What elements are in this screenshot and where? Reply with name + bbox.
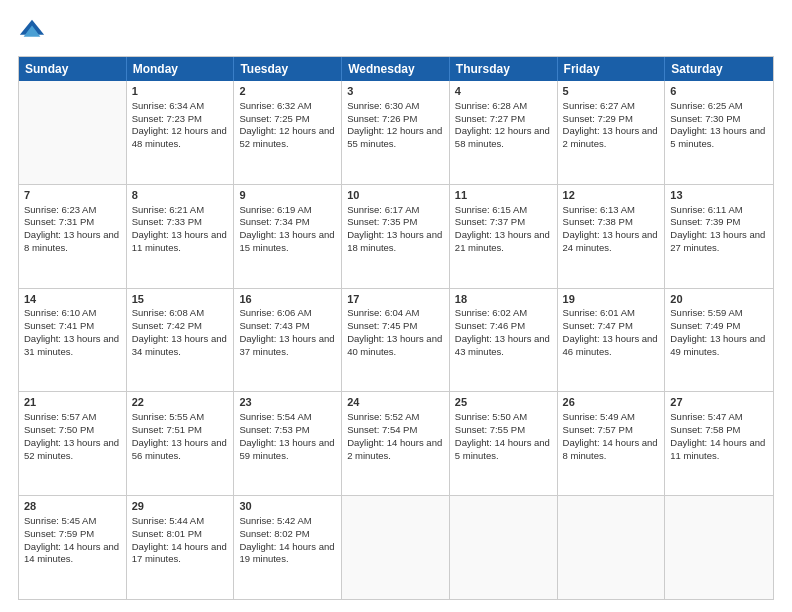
sunrise-text: Sunrise: 6:25 AM [670, 100, 742, 111]
logo [18, 18, 50, 46]
sunrise-text: Sunrise: 6:30 AM [347, 100, 419, 111]
day-number: 5 [563, 84, 660, 99]
calendar-cell: 18Sunrise: 6:02 AMSunset: 7:46 PMDayligh… [450, 289, 558, 392]
header-day-saturday: Saturday [665, 57, 773, 81]
sunrise-text: Sunrise: 5:42 AM [239, 515, 311, 526]
daylight-text: Daylight: 13 hours and 24 minutes. [563, 229, 658, 253]
daylight-text: Daylight: 13 hours and 15 minutes. [239, 229, 334, 253]
sunset-text: Sunset: 7:27 PM [455, 113, 525, 124]
calendar-week-4: 21Sunrise: 5:57 AMSunset: 7:50 PMDayligh… [19, 392, 773, 496]
calendar-cell: 9Sunrise: 6:19 AMSunset: 7:34 PMDaylight… [234, 185, 342, 288]
page: SundayMondayTuesdayWednesdayThursdayFrid… [0, 0, 792, 612]
calendar-cell: 7Sunrise: 6:23 AMSunset: 7:31 PMDaylight… [19, 185, 127, 288]
daylight-text: Daylight: 14 hours and 17 minutes. [132, 541, 227, 565]
calendar-cell: 16Sunrise: 6:06 AMSunset: 7:43 PMDayligh… [234, 289, 342, 392]
daylight-text: Daylight: 13 hours and 2 minutes. [563, 125, 658, 149]
day-number: 28 [24, 499, 121, 514]
daylight-text: Daylight: 14 hours and 2 minutes. [347, 437, 442, 461]
daylight-text: Daylight: 13 hours and 40 minutes. [347, 333, 442, 357]
day-number: 24 [347, 395, 444, 410]
sunset-text: Sunset: 7:35 PM [347, 216, 417, 227]
sunrise-text: Sunrise: 5:45 AM [24, 515, 96, 526]
header-day-wednesday: Wednesday [342, 57, 450, 81]
sunset-text: Sunset: 7:45 PM [347, 320, 417, 331]
sunrise-text: Sunrise: 5:55 AM [132, 411, 204, 422]
calendar-week-5: 28Sunrise: 5:45 AMSunset: 7:59 PMDayligh… [19, 496, 773, 599]
calendar-cell: 14Sunrise: 6:10 AMSunset: 7:41 PMDayligh… [19, 289, 127, 392]
calendar-cell [450, 496, 558, 599]
calendar-cell: 30Sunrise: 5:42 AMSunset: 8:02 PMDayligh… [234, 496, 342, 599]
daylight-text: Daylight: 13 hours and 37 minutes. [239, 333, 334, 357]
day-number: 1 [132, 84, 229, 99]
sunrise-text: Sunrise: 6:34 AM [132, 100, 204, 111]
calendar-cell [19, 81, 127, 184]
day-number: 25 [455, 395, 552, 410]
daylight-text: Daylight: 13 hours and 27 minutes. [670, 229, 765, 253]
day-number: 20 [670, 292, 768, 307]
sunrise-text: Sunrise: 6:32 AM [239, 100, 311, 111]
sunset-text: Sunset: 7:50 PM [24, 424, 94, 435]
daylight-text: Daylight: 13 hours and 56 minutes. [132, 437, 227, 461]
daylight-text: Daylight: 14 hours and 5 minutes. [455, 437, 550, 461]
calendar-cell: 17Sunrise: 6:04 AMSunset: 7:45 PMDayligh… [342, 289, 450, 392]
sunset-text: Sunset: 7:26 PM [347, 113, 417, 124]
header-day-sunday: Sunday [19, 57, 127, 81]
day-number: 11 [455, 188, 552, 203]
calendar-week-2: 7Sunrise: 6:23 AMSunset: 7:31 PMDaylight… [19, 185, 773, 289]
sunset-text: Sunset: 7:43 PM [239, 320, 309, 331]
sunset-text: Sunset: 7:58 PM [670, 424, 740, 435]
header-day-monday: Monday [127, 57, 235, 81]
day-number: 9 [239, 188, 336, 203]
sunset-text: Sunset: 7:42 PM [132, 320, 202, 331]
sunset-text: Sunset: 7:53 PM [239, 424, 309, 435]
sunset-text: Sunset: 7:57 PM [563, 424, 633, 435]
calendar: SundayMondayTuesdayWednesdayThursdayFrid… [18, 56, 774, 600]
calendar-cell: 26Sunrise: 5:49 AMSunset: 7:57 PMDayligh… [558, 392, 666, 495]
sunrise-text: Sunrise: 5:49 AM [563, 411, 635, 422]
sunset-text: Sunset: 7:55 PM [455, 424, 525, 435]
day-number: 27 [670, 395, 768, 410]
daylight-text: Daylight: 12 hours and 58 minutes. [455, 125, 550, 149]
day-number: 2 [239, 84, 336, 99]
daylight-text: Daylight: 12 hours and 52 minutes. [239, 125, 334, 149]
sunrise-text: Sunrise: 6:08 AM [132, 307, 204, 318]
calendar-week-3: 14Sunrise: 6:10 AMSunset: 7:41 PMDayligh… [19, 289, 773, 393]
calendar-cell: 4Sunrise: 6:28 AMSunset: 7:27 PMDaylight… [450, 81, 558, 184]
daylight-text: Daylight: 13 hours and 11 minutes. [132, 229, 227, 253]
daylight-text: Daylight: 13 hours and 52 minutes. [24, 437, 119, 461]
sunset-text: Sunset: 7:41 PM [24, 320, 94, 331]
day-number: 21 [24, 395, 121, 410]
day-number: 13 [670, 188, 768, 203]
day-number: 23 [239, 395, 336, 410]
day-number: 4 [455, 84, 552, 99]
sunset-text: Sunset: 7:30 PM [670, 113, 740, 124]
daylight-text: Daylight: 13 hours and 5 minutes. [670, 125, 765, 149]
calendar-cell: 21Sunrise: 5:57 AMSunset: 7:50 PMDayligh… [19, 392, 127, 495]
sunset-text: Sunset: 7:54 PM [347, 424, 417, 435]
daylight-text: Daylight: 13 hours and 43 minutes. [455, 333, 550, 357]
calendar-cell: 1Sunrise: 6:34 AMSunset: 7:23 PMDaylight… [127, 81, 235, 184]
sunrise-text: Sunrise: 6:19 AM [239, 204, 311, 215]
calendar-cell: 15Sunrise: 6:08 AMSunset: 7:42 PMDayligh… [127, 289, 235, 392]
sunrise-text: Sunrise: 5:44 AM [132, 515, 204, 526]
sunrise-text: Sunrise: 6:23 AM [24, 204, 96, 215]
calendar-cell: 3Sunrise: 6:30 AMSunset: 7:26 PMDaylight… [342, 81, 450, 184]
header-day-friday: Friday [558, 57, 666, 81]
sunset-text: Sunset: 7:31 PM [24, 216, 94, 227]
sunrise-text: Sunrise: 6:21 AM [132, 204, 204, 215]
sunset-text: Sunset: 7:38 PM [563, 216, 633, 227]
sunrise-text: Sunrise: 6:17 AM [347, 204, 419, 215]
sunset-text: Sunset: 7:34 PM [239, 216, 309, 227]
sunset-text: Sunset: 7:49 PM [670, 320, 740, 331]
day-number: 14 [24, 292, 121, 307]
day-number: 22 [132, 395, 229, 410]
calendar-cell: 5Sunrise: 6:27 AMSunset: 7:29 PMDaylight… [558, 81, 666, 184]
sunrise-text: Sunrise: 5:59 AM [670, 307, 742, 318]
calendar-cell: 22Sunrise: 5:55 AMSunset: 7:51 PMDayligh… [127, 392, 235, 495]
calendar-cell: 10Sunrise: 6:17 AMSunset: 7:35 PMDayligh… [342, 185, 450, 288]
daylight-text: Daylight: 14 hours and 14 minutes. [24, 541, 119, 565]
daylight-text: Daylight: 13 hours and 46 minutes. [563, 333, 658, 357]
calendar-cell: 13Sunrise: 6:11 AMSunset: 7:39 PMDayligh… [665, 185, 773, 288]
day-number: 3 [347, 84, 444, 99]
sunset-text: Sunset: 7:47 PM [563, 320, 633, 331]
